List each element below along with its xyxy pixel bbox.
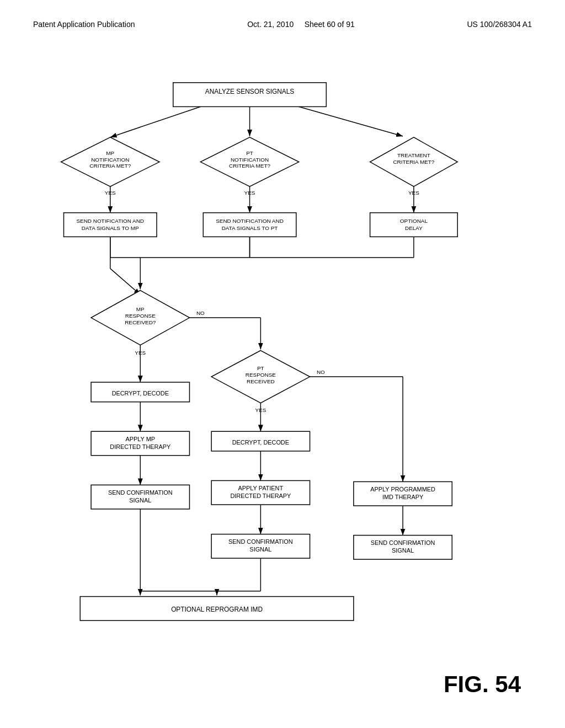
figure-label: FIG. 54: [444, 671, 521, 698]
header-left: Patent Application Publication: [33, 20, 135, 29]
svg-text:DIRECTED THERAPY: DIRECTED THERAPY: [230, 493, 291, 499]
svg-text:IMD THERAPY: IMD THERAPY: [382, 494, 424, 500]
header-center: Oct. 21, 2010 Sheet 60 of 91: [247, 20, 355, 29]
svg-line-34: [110, 269, 141, 295]
svg-text:NOTIFICATION: NOTIFICATION: [91, 157, 129, 163]
svg-text:DECRYPT, DECODE: DECRYPT, DECODE: [112, 390, 169, 397]
svg-text:SEND NOTIFICATION AND: SEND NOTIFICATION AND: [76, 218, 144, 224]
svg-text:OPTIONAL: OPTIONAL: [400, 218, 428, 224]
svg-text:OPTIONAL REPROGRAM IMD: OPTIONAL REPROGRAM IMD: [171, 606, 263, 613]
svg-text:MP: MP: [136, 306, 145, 312]
svg-text:SEND CONFIRMATION: SEND CONFIRMATION: [228, 538, 293, 545]
svg-text:SIGNAL: SIGNAL: [392, 547, 414, 554]
svg-text:SEND NOTIFICATION AND: SEND NOTIFICATION AND: [216, 218, 284, 224]
svg-text:SEND CONFIRMATION: SEND CONFIRMATION: [371, 539, 435, 546]
svg-text:CRITERIA MET?: CRITERIA MET?: [89, 163, 131, 169]
svg-text:PT: PT: [257, 365, 264, 371]
svg-text:SIGNAL: SIGNAL: [249, 546, 271, 553]
svg-text:PT: PT: [246, 150, 253, 156]
svg-text:CRITERIA MET?: CRITERIA MET?: [393, 159, 434, 165]
svg-text:DATA SIGNALS TO MP: DATA SIGNALS TO MP: [82, 225, 139, 231]
svg-text:APPLY MP: APPLY MP: [126, 436, 155, 442]
svg-text:ANALYZE SENSOR SIGNALS: ANALYZE SENSOR SIGNALS: [205, 88, 295, 95]
svg-text:RECEIVED?: RECEIVED?: [125, 319, 156, 325]
svg-text:CRITERIA MET?: CRITERIA MET?: [229, 163, 270, 169]
page-header: Patent Application Publication Oct. 21, …: [0, 20, 565, 29]
svg-text:SEND CONFIRMATION: SEND CONFIRMATION: [108, 489, 173, 496]
flowchart-svg: ANALYZE SENSOR SIGNALS MP NOTIFICATION C…: [28, 72, 537, 695]
svg-text:APPLY PATIENT: APPLY PATIENT: [238, 485, 284, 491]
header-date: Oct. 21, 2010: [247, 20, 294, 29]
svg-text:RESPONSE: RESPONSE: [246, 372, 276, 378]
svg-text:RECEIVED: RECEIVED: [247, 378, 275, 384]
svg-text:DIRECTED THERAPY: DIRECTED THERAPY: [110, 443, 171, 450]
svg-text:NOTIFICATION: NOTIFICATION: [231, 157, 269, 163]
svg-line-3: [110, 106, 201, 137]
header-sheet: Sheet 60 of 91: [305, 20, 355, 29]
svg-text:APPLY PROGRAMMED: APPLY PROGRAMMED: [370, 486, 435, 493]
svg-text:NO: NO: [196, 310, 205, 316]
svg-line-5: [299, 106, 403, 136]
flowchart-area: ANALYZE SENSOR SIGNALS MP NOTIFICATION C…: [28, 72, 537, 695]
svg-text:NO: NO: [317, 369, 325, 375]
header-right: US 100/268304 A1: [467, 20, 532, 29]
svg-text:MP: MP: [106, 150, 114, 156]
svg-text:RESPONSE: RESPONSE: [125, 313, 156, 319]
svg-text:DECRYPT, DECODE: DECRYPT, DECODE: [232, 439, 289, 446]
svg-text:DATA SIGNALS TO PT: DATA SIGNALS TO PT: [222, 225, 278, 231]
svg-text:DELAY: DELAY: [405, 225, 423, 231]
svg-text:TREATMENT: TREATMENT: [397, 152, 430, 158]
svg-text:SIGNAL: SIGNAL: [129, 497, 151, 504]
